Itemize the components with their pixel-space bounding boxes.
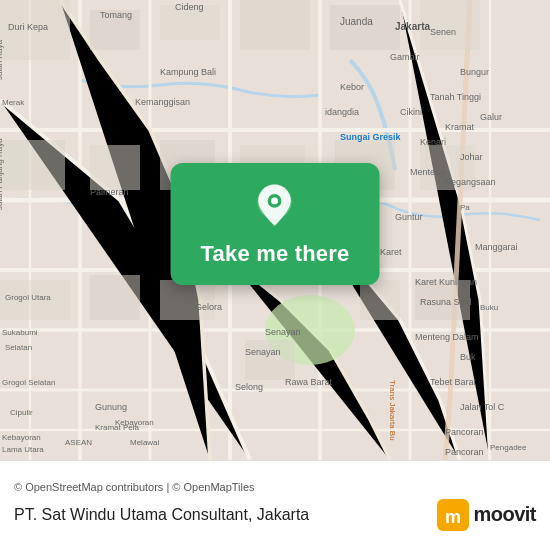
svg-text:Bungur: Bungur xyxy=(460,67,489,77)
svg-text:Cideng: Cideng xyxy=(175,2,204,12)
svg-text:Merak: Merak xyxy=(2,98,25,107)
svg-text:Tomang: Tomang xyxy=(100,10,132,20)
svg-text:Pancoran: Pancoran xyxy=(445,427,484,437)
svg-text:Jalan Tol C: Jalan Tol C xyxy=(460,402,505,412)
location-name: PT. Sat Windu Utama Consultant, Jakarta xyxy=(14,506,309,524)
svg-text:Kebor: Kebor xyxy=(340,82,364,92)
svg-text:Sungai Gresik: Sungai Gresik xyxy=(340,132,402,142)
svg-rect-28 xyxy=(90,275,140,320)
svg-text:Jalan Panjang Raya: Jalan Panjang Raya xyxy=(0,138,4,210)
svg-text:Kemanggisan: Kemanggisan xyxy=(135,97,190,107)
svg-text:Rasuna Said: Rasuna Said xyxy=(420,297,472,307)
svg-text:Pegangsaan: Pegangsaan xyxy=(445,177,496,187)
svg-text:Pengadee: Pengadee xyxy=(490,443,527,452)
map-attribution: © OpenStreetMap contributors | © OpenMap… xyxy=(14,481,536,493)
svg-text:Buku: Buku xyxy=(480,303,498,312)
svg-text:Pancoran: Pancoran xyxy=(445,447,484,457)
svg-text:Senen: Senen xyxy=(430,27,456,37)
svg-text:Selong: Selong xyxy=(235,382,263,392)
svg-text:Sukabumi: Sukabumi xyxy=(2,328,38,337)
svg-rect-22 xyxy=(90,145,140,190)
svg-text:Buk: Buk xyxy=(460,352,476,362)
svg-text:Gambir: Gambir xyxy=(390,52,420,62)
svg-text:Galur: Galur xyxy=(480,112,502,122)
svg-text:Menteng Dalam: Menteng Dalam xyxy=(415,332,479,342)
svg-text:Juanda: Juanda xyxy=(340,16,373,27)
svg-text:Menteng: Menteng xyxy=(410,167,445,177)
svg-text:Duri Kepa: Duri Kepa xyxy=(8,22,48,32)
map-container: Juanda Senen Bungur Galur Jakarta Gambir… xyxy=(0,0,550,460)
button-overlay: Take me there xyxy=(171,163,380,285)
svg-text:Gelora: Gelora xyxy=(195,302,222,312)
svg-text:Pa: Pa xyxy=(460,203,470,212)
svg-text:Senayan: Senayan xyxy=(245,347,281,357)
moovit-logo[interactable]: m moovit xyxy=(437,499,536,531)
svg-text:Karet Kuningan: Karet Kuningan xyxy=(415,277,477,287)
svg-text:m: m xyxy=(445,507,461,527)
take-me-there-button[interactable]: Take me there xyxy=(201,241,350,267)
svg-text:Kampung Bali: Kampung Bali xyxy=(160,67,216,77)
svg-rect-30 xyxy=(245,340,295,380)
svg-text:Johar: Johar xyxy=(460,152,483,162)
svg-text:Melawai: Melawai xyxy=(130,438,160,447)
svg-text:Lama Utara: Lama Utara xyxy=(2,445,44,454)
svg-rect-21 xyxy=(0,140,65,190)
svg-rect-19 xyxy=(330,5,400,50)
svg-text:Kramat: Kramat xyxy=(445,122,475,132)
svg-rect-18 xyxy=(240,0,310,50)
svg-text:Gunung: Gunung xyxy=(95,402,127,412)
svg-text:Selatan: Selatan xyxy=(5,343,32,352)
svg-text:Cipulir: Cipulir xyxy=(10,408,33,417)
svg-text:Manggarai: Manggarai xyxy=(475,242,518,252)
svg-text:Jakarta: Jakarta xyxy=(395,21,430,32)
bottom-bar: © OpenStreetMap contributors | © OpenMap… xyxy=(0,460,550,550)
moovit-text: moovit xyxy=(473,503,536,526)
location-card[interactable]: Take me there xyxy=(171,163,380,285)
moovit-icon: m xyxy=(437,499,469,531)
svg-rect-31 xyxy=(360,280,400,320)
svg-text:Kebayoran: Kebayoran xyxy=(115,418,154,427)
svg-text:Kebayoran: Kebayoran xyxy=(2,433,41,442)
svg-text:Palmerah: Palmerah xyxy=(90,187,129,197)
svg-point-93 xyxy=(272,197,279,204)
svg-text:Tebet Barat: Tebet Barat xyxy=(430,377,477,387)
svg-rect-29 xyxy=(160,280,215,320)
svg-text:idangdia: idangdia xyxy=(325,107,359,117)
svg-text:Rawa Barat: Rawa Barat xyxy=(285,377,333,387)
svg-text:Trans Jakarta Bu: Trans Jakarta Bu xyxy=(388,380,397,441)
svg-text:Grogol Selatan: Grogol Selatan xyxy=(2,378,55,387)
svg-text:Tanah Tinggi: Tanah Tinggi xyxy=(430,92,481,102)
svg-text:Jalan Raya: Jalan Raya xyxy=(0,39,4,80)
location-row: PT. Sat Windu Utama Consultant, Jakarta … xyxy=(14,499,536,531)
svg-text:Kenari: Kenari xyxy=(420,137,446,147)
svg-text:Senayan: Senayan xyxy=(265,327,301,337)
svg-text:Grogol Utara: Grogol Utara xyxy=(5,293,51,302)
svg-text:Guntur: Guntur xyxy=(395,212,423,222)
svg-text:Karet: Karet xyxy=(380,247,402,257)
svg-text:Cikini: Cikini xyxy=(400,107,422,117)
location-pin-icon xyxy=(251,183,299,231)
svg-text:ASEAN: ASEAN xyxy=(65,438,92,447)
